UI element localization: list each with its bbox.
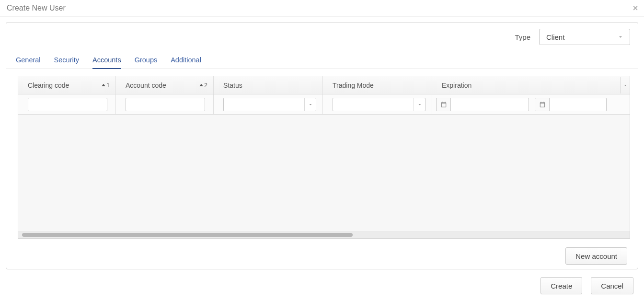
close-icon[interactable]: × bbox=[630, 2, 641, 14]
col-expiration[interactable]: Expiration bbox=[432, 76, 630, 94]
grid-body bbox=[18, 115, 630, 232]
new-account-button[interactable]: New account bbox=[565, 247, 627, 265]
calendar-icon[interactable] bbox=[436, 98, 450, 111]
sort-asc-icon bbox=[102, 84, 105, 86]
chevron-down-icon bbox=[304, 98, 316, 111]
scrollbar-thumb[interactable] bbox=[22, 233, 353, 237]
tab-groups[interactable]: Groups bbox=[135, 52, 158, 69]
filter-expiration-to[interactable] bbox=[549, 98, 607, 111]
type-label: Type bbox=[515, 33, 530, 41]
tab-bar: General Security Accounts Groups Additio… bbox=[6, 52, 638, 69]
col-status[interactable]: Status bbox=[214, 76, 323, 94]
filter-status[interactable] bbox=[223, 98, 316, 111]
columns-menu-icon[interactable] bbox=[620, 77, 630, 93]
tab-accounts[interactable]: Accounts bbox=[92, 52, 121, 69]
chevron-down-icon bbox=[414, 98, 425, 111]
tab-additional[interactable]: Additional bbox=[171, 52, 201, 69]
col-trading-mode[interactable]: Trading Mode bbox=[323, 76, 432, 94]
filter-account-code[interactable] bbox=[126, 98, 205, 111]
filter-expiration-from[interactable] bbox=[450, 98, 529, 111]
sort-asc-icon bbox=[199, 84, 203, 86]
cancel-button[interactable]: Cancel bbox=[591, 277, 633, 294]
sort-indicator: 2 bbox=[199, 82, 207, 89]
main-panel: Type Client General Security Accounts Gr… bbox=[6, 22, 638, 269]
grid-filter-row bbox=[18, 94, 630, 115]
calendar-icon[interactable] bbox=[535, 98, 549, 111]
type-select[interactable]: Client bbox=[539, 29, 630, 45]
accounts-grid: Clearing code 1 Account code 2 bbox=[18, 76, 630, 239]
tab-security[interactable]: Security bbox=[54, 52, 79, 69]
chevron-down-icon bbox=[616, 33, 625, 41]
type-select-value: Client bbox=[546, 33, 564, 41]
filter-trading-mode[interactable] bbox=[333, 98, 426, 111]
col-account-code[interactable]: Account code 2 bbox=[116, 76, 214, 94]
horizontal-scrollbar[interactable] bbox=[18, 232, 630, 238]
tab-general[interactable]: General bbox=[16, 52, 41, 69]
filter-clearing-code[interactable] bbox=[28, 98, 107, 111]
grid-header-row: Clearing code 1 Account code 2 bbox=[18, 76, 630, 94]
create-button[interactable]: Create bbox=[540, 277, 582, 294]
dialog-title: Create New User bbox=[7, 4, 66, 12]
sort-indicator: 1 bbox=[102, 82, 110, 89]
col-clearing-code[interactable]: Clearing code 1 bbox=[18, 76, 116, 94]
